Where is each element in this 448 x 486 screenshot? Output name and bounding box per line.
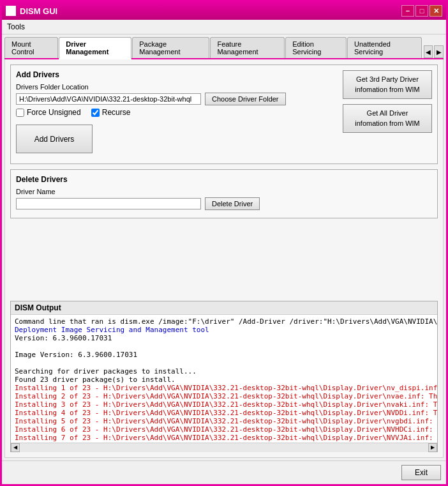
tab-feature-management[interactable]: Feature Management <box>210 37 285 58</box>
title-bar: ⊞ DISM GUI − □ ✕ <box>2 2 446 20</box>
scroll-track[interactable] <box>20 443 428 452</box>
exit-button[interactable]: Exit <box>401 465 441 480</box>
output-line <box>15 359 433 367</box>
output-line <box>15 342 433 351</box>
tab-mount-control[interactable]: Mount Control <box>4 37 58 58</box>
output-line: Installing 5 of 23 - H:\Drivers\Add\VGA\… <box>15 417 433 425</box>
minimize-button[interactable]: − <box>401 5 414 17</box>
driver-name-label: Driver Name <box>16 188 432 195</box>
driver-name-row: Delete Driver <box>16 197 432 210</box>
scroll-left-btn[interactable]: ◀ <box>11 443 20 452</box>
add-drivers-button[interactable]: Add Drivers <box>16 125 93 153</box>
choose-folder-button[interactable]: Choose Driver Folder <box>205 93 286 105</box>
output-line: Installing 4 of 23 - H:\Drivers\Add\VGA\… <box>15 409 433 417</box>
app-icon: ⊞ <box>6 6 16 16</box>
get-3rd-party-button[interactable]: Get 3rd Party Driver infomation from WIM <box>343 70 432 99</box>
menu-bar: Tools <box>2 20 446 34</box>
tab-edition-servicing[interactable]: Edition Servicing <box>285 37 347 58</box>
menu-tools[interactable]: Tools <box>7 22 25 31</box>
output-line: Found 23 driver package(s) to install. <box>15 376 433 384</box>
force-unsigned-label: Force Unsigned <box>16 108 81 117</box>
output-line: Deployment Image Servicing and Managemen… <box>15 326 433 334</box>
title-left: ⊞ DISM GUI <box>6 6 57 16</box>
output-text[interactable]: Command line that ran is dism.exe /image… <box>11 315 437 443</box>
tab-unattended-servicing[interactable]: Unattended Servicing <box>347 37 422 58</box>
title-bar-controls: − □ ✕ <box>401 5 442 17</box>
maximize-button[interactable]: □ <box>415 5 428 17</box>
scroll-right-btn[interactable]: ▶ <box>428 443 437 452</box>
output-line: Version: 6.3.9600.17031 <box>15 334 433 342</box>
output-line: Command line that ran is dism.exe /image… <box>15 317 433 326</box>
output-line: Installing 2 of 23 - H:\Drivers\Add\VGA\… <box>15 392 433 400</box>
tab-nav-left[interactable]: ◀ <box>424 45 433 58</box>
tab-package-management[interactable]: Package Management <box>132 37 209 58</box>
output-line: Image Version: 6.3.9600.17031 <box>15 351 433 359</box>
force-unsigned-checkbox[interactable] <box>16 109 24 117</box>
recurse-checkbox[interactable] <box>91 109 100 117</box>
tab-driver-management[interactable]: Driver Management <box>59 37 131 59</box>
output-line: Installing 3 of 23 - H:\Drivers\Add\VGA\… <box>15 400 433 409</box>
recurse-label: Recurse <box>91 108 131 117</box>
output-line: Searching for driver packages to install… <box>15 367 433 376</box>
main-panel: Add Drivers Drivers Folder Location Choo… <box>4 59 444 458</box>
driver-name-input[interactable] <box>16 198 201 209</box>
output-line: Installing 6 of 23 - H:\Drivers\Add\VGA\… <box>15 425 433 434</box>
horizontal-scrollbar[interactable]: ◀ ▶ <box>11 443 437 452</box>
content-area: Mount Control Driver Management Package … <box>2 34 446 460</box>
output-section: DISM Output Command line that ran is dis… <box>10 301 438 452</box>
output-line: Installing 1 of 23 - H:\Drivers\Add\VGA\… <box>15 384 433 392</box>
delete-drivers-section: Delete Drivers Driver Name Delete Driver <box>10 169 438 218</box>
add-drivers-section: Add Drivers Drivers Folder Location Choo… <box>10 65 438 164</box>
main-window: ⊞ DISM GUI − □ ✕ Tools Mount Control Dri… <box>0 0 448 486</box>
spacer <box>10 224 438 296</box>
window-title: DISM GUI <box>20 6 57 16</box>
tabs-row: Mount Control Driver Management Package … <box>4 37 444 59</box>
get-all-driver-button[interactable]: Get All Driver infomation from WIM <box>343 104 432 133</box>
output-label: DISM Output <box>11 301 437 315</box>
delete-driver-button[interactable]: Delete Driver <box>205 197 260 210</box>
driver-path-input[interactable] <box>16 93 201 105</box>
bottom-bar: Exit <box>2 460 446 484</box>
tab-nav-right[interactable]: ▶ <box>434 45 444 58</box>
delete-drivers-label: Delete Drivers <box>16 175 432 184</box>
output-line: Installing 7 of 23 - H:\Drivers\Add\VGA\… <box>15 434 433 442</box>
close-button[interactable]: ✕ <box>429 5 442 17</box>
right-buttons: Get 3rd Party Driver infomation from WIM… <box>343 70 432 133</box>
